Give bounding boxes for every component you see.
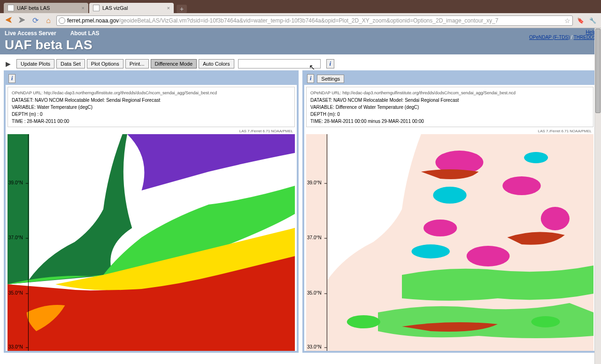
app-toolbar: ▶ Update Plots Data Set Plot Options Pri…: [0, 54, 601, 70]
reload-button[interactable]: ⟳: [30, 15, 40, 26]
forward-button[interactable]: ⮞: [17, 15, 27, 26]
svg-point-15: [531, 316, 560, 327]
depth-label: DEPTH (m) : 0: [12, 111, 291, 118]
nav-live-access-server[interactable]: Live Access Server: [5, 30, 56, 37]
vertical-scrollbar[interactable]: [594, 28, 601, 364]
wrench-icon[interactable]: 🔧: [588, 16, 597, 25]
depth-label: DEPTH (m): 0: [310, 111, 589, 118]
ytick: 39.0°N: [8, 180, 23, 185]
tab-title: UAF beta LAS: [17, 5, 50, 11]
home-button[interactable]: ⌂: [43, 15, 54, 26]
svg-rect-1: [28, 134, 29, 351]
svg-point-14: [524, 152, 548, 163]
plot-options-button[interactable]: Plot Options: [87, 59, 123, 68]
auto-colors-button[interactable]: Auto Colors: [199, 59, 234, 68]
ytick: 33.0°N: [8, 344, 23, 349]
variable-label: VARIABLE: Water Temperature (degC): [12, 104, 291, 111]
svg-point-8: [502, 176, 541, 195]
close-icon[interactable]: ×: [167, 5, 170, 11]
left-panel: i OPeNDAP URL: http://edac-dap3.northern…: [4, 70, 299, 353]
close-icon[interactable]: ×: [82, 5, 85, 11]
info-button[interactable]: i: [326, 59, 335, 68]
tab-favicon: [93, 5, 100, 11]
ytick: 37.0°N: [307, 235, 322, 240]
toolbar-input[interactable]: [238, 59, 321, 68]
ytick: 37.0°N: [8, 235, 23, 240]
tab-title: LAS vizGal: [102, 5, 128, 11]
header-right-links: Help OPeNDAP (F-TDS) / THREDDS: [529, 29, 596, 40]
panel-info-button[interactable]: i: [8, 74, 15, 83]
left-panel-header: i: [6, 72, 297, 85]
difference-mode-button[interactable]: Difference Mode: [151, 59, 197, 68]
browser-tab-uaf[interactable]: UAF beta LAS ×: [4, 3, 88, 13]
svg-point-13: [411, 244, 450, 258]
print-button[interactable]: Print...: [125, 59, 149, 68]
svg-rect-17: [327, 134, 327, 351]
dataset-label: DATASET: NAVO NCOM Relocatable Model: Se…: [12, 97, 291, 104]
right-panel-metadata: OPeNDAP URL: http://edac-dap3.northerngu…: [306, 87, 593, 127]
extension-icon[interactable]: 🔖: [576, 16, 585, 25]
page-title: UAF beta LAS: [5, 38, 596, 53]
right-panel-header: i Settings: [304, 72, 595, 85]
browser-tab-strip: UAF beta LAS × LAS vizGal × +: [0, 0, 601, 13]
new-tab-button[interactable]: +: [177, 5, 187, 13]
panel-info-button[interactable]: i: [307, 74, 314, 83]
back-button[interactable]: ⮜: [4, 15, 14, 26]
data-set-button[interactable]: Data Set: [56, 59, 85, 68]
ytick: 33.0°N: [307, 344, 322, 349]
dataset-label: DATASET: NAVO NCOM Relocatable Model: Se…: [310, 97, 589, 104]
right-panel: i Settings OPeNDAP URL: http://edac-dap3…: [302, 70, 597, 353]
update-plots-button[interactable]: Update Plots: [16, 59, 54, 68]
play-icon[interactable]: ▶: [6, 60, 11, 68]
thredds-link[interactable]: THREDDS: [574, 35, 596, 40]
scrollbar-thumb[interactable]: [595, 29, 601, 113]
opendap-url: OPeNDAP URL: http://edac-dap3.northerngu…: [12, 90, 291, 97]
bookmark-star-icon[interactable]: ☆: [564, 17, 570, 24]
plot-panels: i OPeNDAP URL: http://edac-dap3.northern…: [0, 70, 601, 353]
url-host: ferret.pmel.noaa.gov: [67, 17, 119, 24]
variable-label: VARIABLE: Difference of Water Temperatur…: [310, 104, 589, 111]
svg-point-12: [433, 187, 466, 204]
svg-point-11: [467, 246, 510, 266]
ytick: 35.0°N: [307, 290, 322, 296]
browser-tab-vizgal[interactable]: LAS vizGal ×: [89, 3, 174, 13]
url-path: /geoideBetaLAS/VizGal.vm?dsid=id-10f3b74…: [119, 17, 498, 24]
settings-button[interactable]: Settings: [317, 75, 344, 83]
opendap-url: OPeNDAP URL: http://edac-dap3.northerngu…: [310, 90, 589, 97]
opendap-link[interactable]: OPeNDAP (F-TDS): [529, 35, 570, 40]
plot-credit: LAS 7./Ferret 6.71 NOAA/PMEL: [6, 129, 297, 134]
ytick: 39.0°N: [307, 180, 322, 185]
left-panel-metadata: OPeNDAP URL: http://edac-dap3.northerngu…: [8, 87, 295, 127]
cursor-icon: ↖: [309, 63, 315, 72]
ytick: 35.0°N: [8, 290, 23, 296]
browser-toolbar: ⮜ ⮞ ⟳ ⌂ ferret.pmel.noaa.gov/geoideBetaL…: [0, 13, 601, 28]
app-header: Live Access Server About LAS Help OPeNDA…: [0, 28, 601, 54]
globe-icon: [59, 17, 65, 24]
left-plot[interactable]: 39.0°N 37.0°N 35.0°N 33.0°N: [8, 134, 295, 351]
url-bar[interactable]: ferret.pmel.noaa.gov/geoideBetaLAS/VizGa…: [56, 15, 573, 26]
time-label: TIME : 28-MAR-2011 00:00: [12, 118, 291, 125]
plot-credit: LAS 7./Ferret 6.71 NOAA/PMEL: [304, 129, 595, 134]
svg-point-10: [541, 207, 570, 230]
nav-about-las[interactable]: About LAS: [70, 30, 100, 37]
svg-point-16: [347, 315, 380, 328]
svg-point-9: [424, 220, 457, 236]
right-plot[interactable]: 39.0°N 37.0°N 35.0°N 33.0°N: [306, 134, 593, 351]
time-label: TIME: 28-MAR-2011 00:00 minus 29-MAR-201…: [310, 118, 589, 125]
tab-favicon: [8, 5, 14, 11]
